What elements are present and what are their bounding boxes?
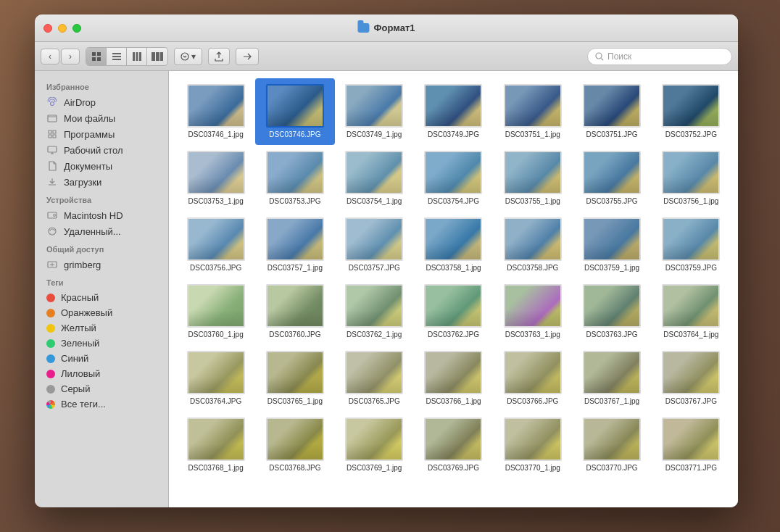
file-thumbnail — [345, 417, 403, 461]
file-item[interactable]: DSC03764_1.jpg — [652, 278, 731, 345]
file-thumbnail — [583, 151, 641, 194]
file-thumbnail — [504, 417, 562, 461]
file-item[interactable]: DSC03757_1.jpg — [255, 212, 334, 278]
file-item[interactable]: DSC03751.JPG — [572, 78, 651, 145]
view-list-button[interactable] — [107, 48, 127, 65]
file-item[interactable]: DSC03766_1.jpg — [414, 345, 493, 412]
svg-rect-0 — [92, 52, 96, 56]
file-item[interactable]: DSC03759.JPG — [652, 212, 731, 278]
sidebar-item-grimberg[interactable]: grimberg — [35, 257, 168, 273]
file-item[interactable]: DSC03767_1.jpg — [572, 345, 651, 412]
thumbnail-image — [426, 352, 481, 393]
file-item[interactable]: DSC03765.JPG — [335, 345, 414, 412]
file-item[interactable]: DSC03753_1.jpg — [176, 145, 255, 212]
file-item[interactable]: DSC03769_1.jpg — [335, 412, 414, 478]
back-button[interactable]: ‹ — [41, 49, 59, 65]
file-item[interactable]: DSC03756_1.jpg — [652, 145, 731, 212]
arrange-button[interactable]: ▾ — [174, 48, 202, 65]
sidebar-item-tag-red[interactable]: Красный — [35, 290, 168, 305]
file-item[interactable]: DSC03766.JPG — [493, 345, 572, 412]
sidebar-label-docs: Документы — [64, 161, 112, 172]
sidebar-item-remote[interactable]: Удаленный... — [35, 223, 168, 239]
sidebar-item-desktop[interactable]: Рабочий стол — [35, 142, 168, 158]
file-item[interactable]: DSC03759_1.jpg — [572, 212, 651, 278]
file-item[interactable]: DSC03769.JPG — [414, 412, 493, 478]
view-icon-button[interactable] — [86, 48, 107, 65]
sidebar-label-desktop: Рабочий стол — [64, 145, 123, 156]
file-item[interactable]: DSC03758_1.jpg — [414, 212, 493, 278]
sidebar-item-tag-green[interactable]: Зеленый — [35, 336, 168, 351]
sidebar-item-apps[interactable]: Программы — [35, 126, 168, 142]
file-item[interactable]: DSC03754.JPG — [414, 145, 493, 212]
search-box[interactable]: Поиск — [587, 48, 732, 65]
file-item[interactable]: DSC03765_1.jpg — [255, 345, 334, 412]
sidebar-section-favorites: Избранное — [35, 77, 168, 94]
maximize-button[interactable] — [72, 24, 81, 33]
svg-rect-3 — [97, 57, 101, 61]
view-cover-button[interactable] — [147, 48, 167, 65]
sidebar-item-airdrop[interactable]: AirDrop — [35, 94, 168, 110]
file-item[interactable]: DSC03768_1.jpg — [176, 412, 255, 478]
sidebar-item-all-tags[interactable]: Все теги... — [35, 396, 168, 412]
file-grid-container[interactable]: DSC03746_1.jpgDSC03746.JPGDSC03749_1.jpg… — [169, 71, 738, 507]
file-item[interactable]: DSC03754_1.jpg — [335, 145, 414, 212]
file-item[interactable]: DSC03768.JPG — [255, 412, 334, 478]
sidebar-item-myfiles[interactable]: Мои файлы — [35, 110, 168, 126]
file-thumbnail — [504, 351, 562, 394]
docs-icon — [46, 160, 58, 172]
file-item[interactable]: DSC03760.JPG — [255, 278, 334, 345]
file-item[interactable]: DSC03758.JPG — [493, 212, 572, 278]
file-name: DSC03767_1.jpg — [584, 397, 639, 406]
sidebar-label-apps: Программы — [64, 129, 115, 140]
file-item[interactable]: DSC03746.JPG — [255, 78, 334, 145]
file-thumbnail — [583, 84, 641, 128]
file-item[interactable]: DSC03770.JPG — [572, 412, 651, 478]
sidebar-item-hd[interactable]: Macintosh HD — [35, 207, 168, 223]
thumbnail-image — [426, 419, 481, 460]
share-button[interactable] — [208, 48, 230, 65]
file-item[interactable]: DSC03753.JPG — [255, 145, 334, 212]
close-button[interactable] — [43, 24, 52, 33]
file-item[interactable]: DSC03764.JPG — [176, 345, 255, 412]
sidebar-item-tag-orange[interactable]: Оранжевый — [35, 305, 168, 320]
file-item[interactable]: DSC03746_1.jpg — [176, 78, 255, 145]
file-item[interactable]: DSC03755.JPG — [572, 145, 651, 212]
sidebar-item-downloads[interactable]: Загрузки — [35, 174, 168, 190]
sidebar-item-tag-gray[interactable]: Серый — [35, 381, 168, 396]
apps-icon — [46, 128, 58, 140]
thumbnail-image — [584, 152, 639, 193]
file-item[interactable]: DSC03760_1.jpg — [176, 278, 255, 345]
file-item[interactable]: DSC03751_1.jpg — [493, 78, 572, 145]
file-thumbnail — [345, 284, 403, 328]
file-item[interactable]: DSC03757.JPG — [335, 212, 414, 278]
sidebar-item-tag-yellow[interactable]: Желтый — [35, 320, 168, 336]
file-item[interactable]: DSC03771.JPG — [652, 412, 731, 478]
file-item[interactable]: DSC03767.JPG — [652, 345, 731, 412]
file-item[interactable]: DSC03762_1.jpg — [335, 278, 414, 345]
file-item[interactable]: DSC03763.JPG — [572, 278, 651, 345]
file-name: DSC03751_1.jpg — [505, 130, 560, 139]
action-button[interactable] — [236, 48, 259, 65]
file-item[interactable]: DSC03752.JPG — [652, 78, 731, 145]
file-item[interactable]: DSC03749_1.jpg — [335, 78, 414, 145]
svg-point-20 — [54, 215, 56, 217]
tag-dot-orange — [46, 309, 55, 317]
sidebar-item-tag-purple[interactable]: Лиловый — [35, 366, 168, 381]
file-item[interactable]: DSC03770_1.jpg — [493, 412, 572, 478]
file-thumbnail — [504, 84, 562, 128]
file-item[interactable]: DSC03762.JPG — [414, 278, 493, 345]
forward-button[interactable]: › — [61, 49, 80, 65]
file-item[interactable]: DSC03756.JPG — [176, 212, 255, 278]
sidebar-item-docs[interactable]: Документы — [35, 158, 168, 174]
file-item[interactable]: DSC03755_1.jpg — [493, 145, 572, 212]
view-column-button[interactable] — [127, 48, 147, 65]
minimize-button[interactable] — [58, 24, 67, 33]
sidebar-item-tag-blue[interactable]: Синий — [35, 351, 168, 366]
file-item[interactable]: DSC03749.JPG — [414, 78, 493, 145]
svg-rect-12 — [160, 52, 163, 61]
file-item[interactable]: DSC03763_1.jpg — [493, 278, 572, 345]
thumbnail-image — [347, 152, 402, 193]
file-thumbnail — [266, 351, 324, 394]
svg-rect-5 — [112, 56, 121, 57]
tag-dot-red — [46, 294, 55, 302]
